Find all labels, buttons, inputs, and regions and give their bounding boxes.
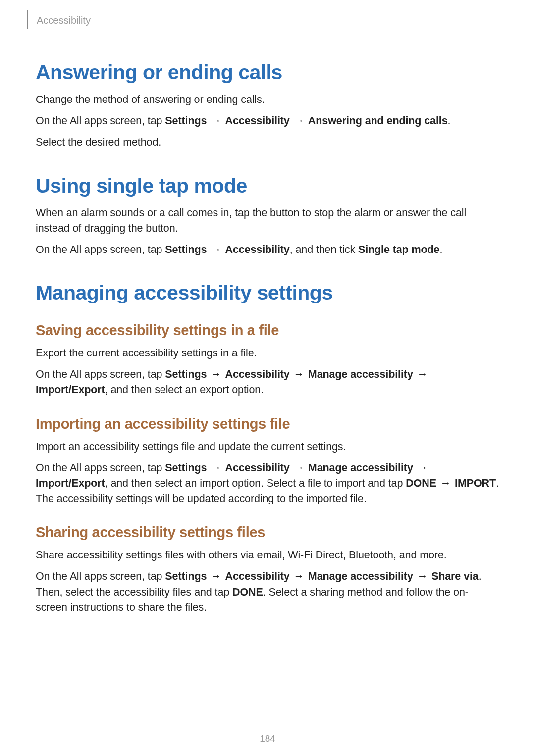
nav-step: Accessibility [225,244,290,255]
subheading-importing: Importing an accessibility settings file [36,416,499,432]
nav-step: Manage accessibility [308,462,413,474]
nav-step: Manage accessibility [308,368,413,380]
text: . [439,244,442,255]
document-page: Accessibility Answering or ending calls … [0,0,535,756]
page-number: 184 [0,733,535,744]
arrow-icon: → [293,113,305,129]
header-breadcrumb: Accessibility [37,15,499,31]
nav-step: Settings [165,368,207,380]
nav-step: Single tap mode [358,244,440,255]
nav-step: Share via [431,570,479,582]
text: On the All apps screen, tap [36,570,165,582]
nav-step: IMPORT [455,477,496,489]
text: On the All apps screen, tap [36,462,165,474]
paragraph: Share accessibility settings files with … [36,548,499,563]
nav-step: Accessibility [225,115,290,127]
nav-step: Answering and ending calls [308,115,448,127]
text: , and then select an export option. [105,384,264,396]
nav-step: DONE [232,586,263,598]
nav-step: Import/Export [36,384,105,396]
arrow-icon: → [210,460,222,476]
paragraph: When an alarm sounds or a call comes in,… [36,205,499,236]
text: On the All apps screen, tap [36,368,165,380]
text: , and then select an import option. Sele… [105,477,406,489]
arrow-icon: → [416,569,428,584]
paragraph: On the All apps screen, tap Settings → A… [36,113,499,129]
arrow-icon: → [210,242,222,257]
nav-step: Settings [165,244,207,255]
section-heading-singletap: Using single tap mode [36,174,499,198]
nav-step: Settings [165,570,207,582]
nav-step: Settings [165,115,207,127]
arrow-icon: → [210,113,222,129]
arrow-icon: → [416,367,428,382]
text: , and then tick [290,244,358,255]
text: On the All apps screen, tap [36,244,165,255]
subheading-saving: Saving accessibility settings in a file [36,322,499,339]
nav-step: Accessibility [225,570,290,582]
arrow-icon: → [293,569,305,584]
nav-step: Accessibility [225,462,290,474]
paragraph: On the All apps screen, tap Settings → A… [36,242,499,257]
text: . [448,115,451,127]
paragraph: On the All apps screen, tap Settings → A… [36,569,499,615]
arrow-icon: → [293,367,305,382]
header-rule [27,10,28,29]
paragraph: On the All apps screen, tap Settings → A… [36,367,499,398]
text: On the All apps screen, tap [36,115,165,127]
section-heading-answering: Answering or ending calls [36,61,499,84]
nav-step: Settings [165,462,207,474]
nav-step: DONE [406,477,436,489]
nav-step: Accessibility [225,368,290,380]
subheading-sharing: Sharing accessibility settings files [36,524,499,541]
paragraph: Import an accessibility settings file an… [36,439,499,454]
arrow-icon: → [416,460,428,476]
paragraph: Select the desired method. [36,135,499,150]
arrow-icon: → [439,476,452,491]
section-heading-managing: Managing accessibility settings [36,281,499,304]
nav-step: Manage accessibility [308,570,413,582]
paragraph: Change the method of answering or ending… [36,92,499,107]
nav-step: Import/Export [36,477,105,489]
paragraph: Export the current accessibility setting… [36,346,499,361]
arrow-icon: → [293,460,305,476]
paragraph: On the All apps screen, tap Settings → A… [36,460,499,507]
arrow-icon: → [210,569,222,584]
arrow-icon: → [210,367,222,382]
